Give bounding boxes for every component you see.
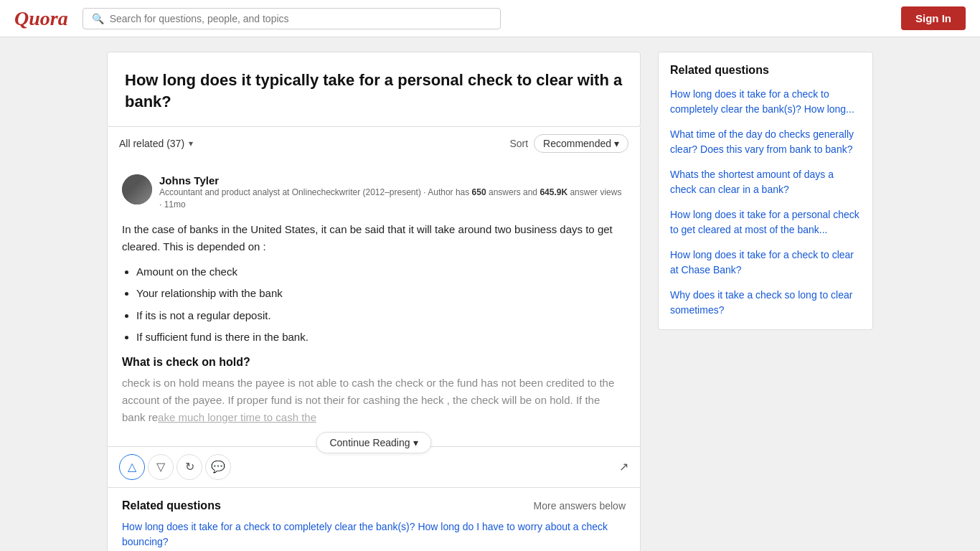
related-questions-label: Related questions (122, 499, 221, 512)
share-rotate-button[interactable]: ↻ (176, 454, 202, 480)
author-info: Johns Tyler Accountant and product analy… (159, 174, 626, 211)
author-row: Johns Tyler Accountant and product analy… (122, 174, 626, 211)
continue-reading-chevron-icon: ▾ (413, 437, 418, 448)
author-meta-text: Accountant and product analyst at Online… (159, 187, 469, 197)
sort-label: Sort (509, 138, 528, 149)
answer-intro: In the case of banks in the United State… (122, 221, 626, 255)
sort-chevron-icon: ▾ (614, 138, 619, 149)
search-icon: 🔍 (92, 13, 104, 24)
sidebar-link-5[interactable]: Why does it take a check so long to clea… (670, 288, 861, 318)
all-related-filter[interactable]: All related (37) ▾ (119, 138, 193, 149)
sidebar-link-2[interactable]: Whats the shortest amount of days a chec… (670, 167, 861, 197)
question-title: How long does it typically take for a pe… (125, 70, 623, 112)
continue-reading-button[interactable]: Continue Reading ▾ (316, 432, 431, 453)
sign-in-button[interactable]: Sign In (901, 6, 966, 30)
avatar (122, 174, 152, 204)
sidebar: Related questions How long does it take … (658, 52, 873, 551)
avatar-image (122, 174, 152, 204)
related-inline-link[interactable]: How long does it take for a check to com… (122, 521, 608, 547)
sort-value-label: Recommended (543, 138, 611, 149)
bullet-item: Your relationship with the bank (136, 286, 626, 302)
author-meta: Accountant and product analyst at Online… (159, 187, 626, 211)
related-inline-title: Related questions More answers below (122, 499, 626, 512)
bullet-item: If sufficient fund is there in the bank. (136, 329, 626, 346)
main-column: How long does it typically take for a pe… (107, 52, 641, 551)
search-bar: 🔍 (83, 8, 501, 29)
sidebar-card: Related questions How long does it take … (658, 52, 873, 330)
sidebar-link-0[interactable]: How long does it take for a check to com… (670, 87, 861, 117)
page-container: How long does it typically take for a pe… (95, 37, 885, 551)
sidebar-title: Related questions (670, 64, 861, 77)
search-input[interactable] (110, 13, 492, 24)
all-related-label: All related (37) (119, 138, 184, 149)
sidebar-link-4[interactable]: How long does it take for a check to cle… (670, 248, 861, 278)
related-questions-card: Related questions More answers below How… (107, 488, 641, 551)
share-button[interactable]: ↗ (619, 460, 628, 474)
header: Quora 🔍 Sign In (0, 0, 980, 37)
answer-fade-section: check is on hold means the payee is not … (122, 375, 626, 446)
faded-text: check is on hold means the payee is not … (122, 375, 626, 426)
quora-logo[interactable]: Quora (14, 7, 68, 30)
answer-count: 650 (472, 187, 486, 197)
author-name[interactable]: Johns Tyler (159, 174, 626, 187)
answer-views: 645.9K (540, 187, 567, 197)
bullet-item: Amount on the check (136, 264, 626, 281)
answer-count-suffix: answers and (489, 187, 537, 197)
sidebar-link-1[interactable]: What time of the day do checks generally… (670, 127, 861, 157)
bullet-item: If its is not a regular deposit. (136, 308, 626, 324)
sidebar-link-3[interactable]: How long does it take for a personal che… (670, 207, 861, 237)
downvote-button[interactable]: ▽ (148, 454, 174, 480)
more-answers-label: More answers below (534, 500, 626, 512)
question-card: How long does it typically take for a pe… (107, 52, 641, 127)
upvote-button[interactable]: △ (119, 454, 145, 480)
answer-card: Johns Tyler Accountant and product analy… (107, 160, 641, 447)
sort-button[interactable]: Recommended ▾ (534, 134, 628, 153)
sort-wrap: Sort Recommended ▾ (509, 134, 628, 153)
chevron-down-icon: ▾ (189, 138, 193, 149)
answer-bullets: Amount on the check Your relationship wi… (136, 264, 626, 346)
continue-reading-label: Continue Reading (329, 437, 410, 448)
answer-subheading: What is check on hold? (122, 356, 626, 369)
filter-bar: All related (37) ▾ Sort Recommended ▾ (107, 127, 641, 160)
comment-button[interactable]: 💬 (205, 454, 231, 480)
